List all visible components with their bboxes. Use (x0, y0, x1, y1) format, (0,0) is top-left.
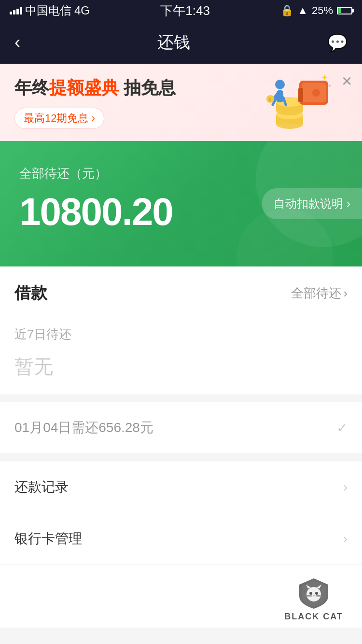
banner-illustration: ✦ ✦ ¥ (256, 71, 333, 134)
separator-2 (0, 454, 362, 462)
time-label: 下午1:43 (160, 2, 210, 19)
page-title: 还钱 (157, 31, 190, 54)
network-label: 4G (74, 4, 90, 17)
repayment-record-label: 还款记录 (14, 478, 69, 496)
no-data-label: 暂无 (0, 349, 362, 394)
svg-point-12 (275, 80, 285, 89)
svg-point-19 (306, 587, 321, 602)
svg-point-22 (309, 592, 312, 595)
battery-icon (337, 7, 352, 14)
content-area: 借款 全部待还 › 近7日待还 暂无 01月04日需还656.28元 ✓ 还款记… (0, 266, 362, 628)
chevron-right-icon-2: › (343, 531, 348, 546)
svg-text:✦: ✦ (321, 73, 328, 83)
due-date-text: 01月04日需还656.28元 (14, 419, 153, 437)
week-due-label: 近7日待还 (0, 314, 362, 349)
carrier-label: 中国电信 (25, 3, 71, 18)
message-icon[interactable]: 💬 (327, 33, 348, 52)
banner-badge[interactable]: 最高12期免息 › (14, 108, 104, 129)
black-cat-logo: BLACK CAT (265, 570, 362, 628)
check-icon: ✓ (336, 420, 348, 436)
auto-deduct-button[interactable]: 自动扣款说明 › (262, 188, 362, 219)
banner-text: 年终提额盛典 抽免息 最高12期免息 › (14, 76, 176, 129)
close-button[interactable]: ✕ (341, 73, 352, 89)
svg-text:✦: ✦ (327, 83, 332, 89)
lock-icon: 🔒 (280, 4, 293, 17)
status-right: 🔒 ▲ 25% (280, 4, 352, 17)
battery-label: 25% (312, 4, 333, 17)
promo-banner: 年终提额盛典 抽免息 最高12期免息 › ✦ ✦ (0, 64, 362, 141)
svg-point-8 (312, 89, 320, 97)
status-left: 中国电信 4G (10, 3, 90, 18)
svg-rect-9 (298, 88, 303, 102)
svg-point-24 (313, 595, 315, 596)
balance-label: 全部待还（元） (19, 165, 343, 182)
signal-icon (10, 7, 22, 14)
svg-point-23 (315, 592, 318, 595)
bank-card-label: 银行卡管理 (14, 530, 82, 548)
balance-section: 全部待还（元） 10800.20 自动扣款说明 › (0, 141, 362, 266)
black-cat-text: BLACK CAT (284, 612, 343, 622)
due-date-item[interactable]: 01月04日需还656.28元 ✓ (0, 402, 362, 454)
all-pending-link[interactable]: 全部待还 › (291, 285, 348, 302)
location-icon: ▲ (297, 4, 308, 17)
bank-card-item[interactable]: 银行卡管理 › (0, 513, 362, 565)
banner-title: 年终提额盛典 抽免息 (14, 76, 176, 100)
repayment-record-item[interactable]: 还款记录 › (0, 462, 362, 513)
status-bar: 中国电信 4G 下午1:43 🔒 ▲ 25% (0, 0, 362, 21)
chevron-right-icon-1: › (343, 479, 348, 495)
separator-1 (0, 394, 362, 402)
nav-bar: ‹ 还钱 💬 (0, 21, 362, 64)
loan-title: 借款 (14, 282, 47, 304)
back-button[interactable]: ‹ (14, 32, 20, 53)
black-cat-container: BLACK CAT (0, 565, 362, 628)
loan-section-header: 借款 全部待还 › (0, 266, 362, 314)
svg-text:¥: ¥ (268, 97, 271, 102)
